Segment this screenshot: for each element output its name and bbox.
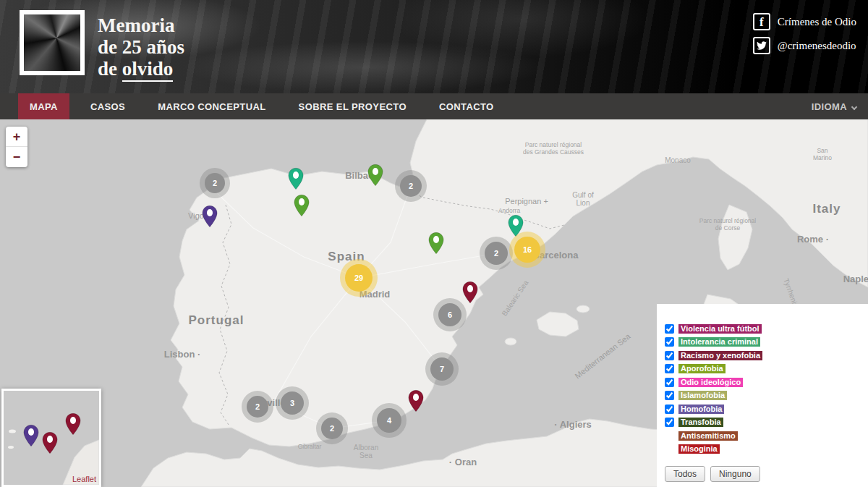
main-nav: MAPACASOSMARCO CONCEPTUALSOBRE EL PROYEC… — [0, 93, 868, 119]
title-line-2: de 25 años — [98, 36, 184, 58]
nav-item-marco-conceptual[interactable]: MARCO CONCEPTUAL — [146, 93, 277, 119]
title-line-3: de olvido — [98, 58, 184, 80]
map-pin-teal[interactable] — [508, 214, 524, 237]
leaflet-attribution[interactable]: Leaflet — [72, 475, 96, 483]
zoom-out-button[interactable]: − — [6, 147, 27, 167]
legend-label: Intolerancia criminal — [678, 337, 760, 347]
legend-label: Violencia ultra fútbol — [678, 324, 762, 334]
legend-row: Transfobia — [665, 418, 861, 428]
legend-panel: Violencia ultra fútbolIntolerancia crimi… — [657, 304, 868, 487]
todos-button[interactable]: Todos — [665, 466, 705, 482]
legend-label: Misoginia — [678, 444, 720, 454]
legend-label: Transfobia — [678, 418, 723, 427]
inset-map[interactable]: Leaflet — [1, 389, 101, 487]
legend-checkbox-homofobia[interactable] — [665, 405, 674, 414]
map-container[interactable]: Parc naturel régional des Grandes Causse… — [0, 119, 868, 487]
title-line-1: Memoria — [98, 14, 184, 36]
map-pin-maroon[interactable] — [462, 281, 478, 304]
legend-row: Odio ideológico — [665, 377, 861, 387]
twitter-label: @crimenesdeodio — [778, 40, 856, 52]
map-pin-green[interactable] — [367, 164, 383, 187]
legend-label: Antisemitismo — [678, 431, 738, 441]
legend-buttons: Todos Ninguno — [665, 466, 861, 482]
map-cluster-2[interactable]: 2 — [321, 418, 343, 439]
map-pin-teal[interactable] — [288, 167, 304, 190]
legend-row: Aporofobia — [665, 364, 861, 374]
legend-row: Homofobia — [665, 404, 861, 414]
site-title: Memoria de 25 años de olvido — [98, 14, 184, 80]
map-pin-maroon[interactable] — [408, 389, 424, 412]
legend-checkbox-violencia-ultra-fútbol[interactable] — [665, 324, 674, 334]
social-links: f Crímenes de Odio @crimenesdeodio — [753, 13, 856, 54]
legend-checkbox-racismo-y-xenofobia[interactable] — [665, 351, 674, 360]
legend-row: Intolerancia criminal — [665, 337, 861, 347]
map-zoom-control: + − — [6, 127, 27, 167]
chevron-down-icon — [851, 104, 857, 110]
map-cluster-2[interactable]: 2 — [400, 175, 422, 197]
legend-checkbox-aporofobia[interactable] — [665, 364, 674, 373]
legend-label: Odio ideológico — [678, 378, 743, 387]
twitter-icon — [753, 37, 770, 54]
title-underlined-word: olvido — [122, 58, 174, 82]
site-logo[interactable] — [20, 10, 85, 75]
inset-pin-maroon[interactable] — [65, 412, 81, 436]
twitter-link[interactable]: @crimenesdeodio — [753, 37, 856, 54]
legend-row: Misoginia — [665, 444, 861, 454]
legend-label: Islamofobia — [678, 391, 727, 400]
nav-item-sobre-el-proyecto[interactable]: SOBRE EL PROYECTO — [287, 93, 418, 119]
facebook-link[interactable]: f Crímenes de Odio — [753, 13, 856, 30]
site-header: Memoria de 25 años de olvido f Crímenes … — [0, 0, 868, 93]
legend-label: Aporofobia — [678, 364, 726, 373]
map-cluster-2[interactable]: 2 — [205, 173, 225, 193]
page: Memoria de 25 años de olvido f Crímenes … — [0, 0, 868, 487]
map-cluster-2[interactable]: 2 — [247, 396, 268, 418]
map-cluster-16[interactable]: 16 — [514, 237, 540, 263]
nav-item-contacto[interactable]: CONTACTO — [427, 93, 506, 119]
legend-row: Racismo y xenofobia — [665, 350, 861, 360]
legend-checkbox-odio-ideológico[interactable] — [665, 378, 674, 387]
map-cluster-6[interactable]: 6 — [438, 303, 461, 326]
ninguno-button[interactable]: Ninguno — [710, 466, 760, 482]
inset-pin-maroon[interactable] — [42, 431, 58, 454]
facebook-icon: f — [753, 13, 770, 30]
map-pin-green[interactable] — [428, 232, 444, 255]
nav-items: MAPACASOSMARCO CONCEPTUALSOBRE EL PROYEC… — [18, 93, 515, 119]
legend-row: Islamofobia — [665, 391, 861, 401]
map-pin-purple[interactable] — [202, 205, 218, 228]
map-cluster-29[interactable]: 29 — [345, 264, 373, 292]
map-cluster-3[interactable]: 3 — [281, 391, 304, 415]
map-cluster-2[interactable]: 2 — [485, 242, 508, 265]
legend-checkbox-intolerancia-criminal[interactable] — [665, 337, 674, 347]
legend-row: Antisemitismo — [665, 431, 861, 441]
nav-item-mapa[interactable]: MAPA — [18, 93, 69, 119]
legend-checkbox-transfobia[interactable] — [665, 418, 674, 427]
nav-item-casos[interactable]: CASOS — [79, 93, 137, 119]
map-pin-green[interactable] — [294, 194, 310, 217]
legend-row: Violencia ultra fútbol — [665, 323, 861, 334]
inset-pin-purple[interactable] — [23, 424, 39, 447]
facebook-label: Crímenes de Odio — [778, 16, 856, 28]
legend-label: Racismo y xenofobia — [678, 351, 762, 360]
zoom-in-button[interactable]: + — [6, 127, 27, 147]
map-cluster-7[interactable]: 7 — [430, 357, 454, 381]
map-cluster-4[interactable]: 4 — [377, 408, 401, 433]
legend-items: Violencia ultra fútbolIntolerancia crimi… — [665, 323, 861, 454]
language-label: IDIOMA — [812, 101, 847, 112]
language-menu[interactable]: IDIOMA — [812, 93, 856, 119]
legend-checkbox-islamofobia[interactable] — [665, 391, 674, 400]
legend-label: Homofobia — [678, 405, 724, 414]
